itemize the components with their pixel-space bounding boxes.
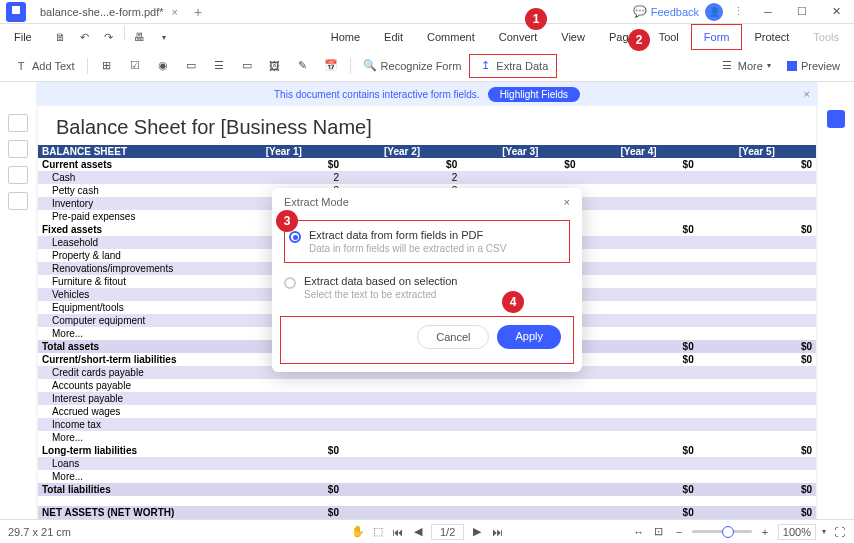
new-tab-button[interactable]: +: [186, 4, 210, 20]
select-tool-icon[interactable]: ⬚: [371, 525, 385, 539]
table-row: Long-term liabilities$0$0$0: [38, 444, 816, 457]
add-text-button[interactable]: T Add Text: [8, 54, 81, 78]
listbox-icon[interactable]: ☰: [206, 54, 232, 78]
close-infobar-icon[interactable]: ×: [804, 88, 810, 100]
table-row: Accounts payable: [38, 379, 816, 392]
file-menu[interactable]: File: [4, 31, 42, 43]
table-row: Cash22: [38, 171, 816, 184]
text-field-icon[interactable]: ⊞: [94, 54, 120, 78]
zoom-out-icon[interactable]: −: [672, 525, 686, 539]
hand-tool-icon[interactable]: ✋: [351, 525, 365, 539]
bookmark-icon[interactable]: [8, 140, 28, 158]
zoom-dropdown-icon[interactable]: ▾: [822, 527, 826, 536]
recognize-form-button[interactable]: 🔍 Recognize Form: [357, 54, 468, 78]
tab-home[interactable]: Home: [319, 24, 372, 50]
table-row: Current assets$0$0$0$0$0: [38, 158, 816, 171]
close-dialog-icon[interactable]: ×: [564, 196, 570, 208]
cancel-button[interactable]: Cancel: [417, 325, 489, 349]
chevron-down-icon: ▾: [767, 61, 771, 70]
first-page-icon[interactable]: ⏮: [391, 525, 405, 539]
highlight-fields-button[interactable]: Highlight Fields: [488, 87, 580, 102]
extract-selection-option[interactable]: Extract data based on selection Select t…: [284, 271, 570, 304]
prev-page-icon[interactable]: ◀: [411, 525, 425, 539]
page-dimensions: 29.7 x 21 cm: [8, 526, 71, 538]
title-bar: balance-she...e-form.pdf * × + 💬 Feedbac…: [0, 0, 854, 24]
close-tab-icon[interactable]: ×: [172, 6, 178, 18]
table-row: NET ASSETS (NET WORTH)$0$0$0: [38, 506, 816, 519]
table-row: Income tax: [38, 418, 816, 431]
left-sidebar: [0, 106, 36, 519]
table-row: Loans: [38, 457, 816, 470]
table-header-row: BALANCE SHEET [Year 1][Year 2] [Year 3][…: [38, 145, 816, 158]
date-icon[interactable]: 📅: [318, 54, 344, 78]
extra-data-label: Extra Data: [496, 60, 548, 72]
tab-edit[interactable]: Edit: [372, 24, 415, 50]
separator: [124, 26, 125, 40]
tab-form[interactable]: Form: [691, 24, 743, 50]
info-bar: This document contains interactive form …: [36, 82, 818, 106]
signature-icon[interactable]: ✎: [290, 54, 316, 78]
fit-page-icon[interactable]: ⊡: [652, 525, 666, 539]
option1-description: Data in form fields will be extracted in…: [309, 243, 506, 254]
page-indicator[interactable]: 1/2: [431, 524, 464, 540]
zoom-slider[interactable]: [692, 530, 752, 533]
more-icon: ☰: [720, 59, 734, 73]
button-field-icon[interactable]: ▭: [234, 54, 260, 78]
more-label: More: [738, 60, 763, 72]
callout-3: 3: [276, 210, 298, 232]
scan-icon: 🔍: [363, 59, 377, 73]
print-icon[interactable]: 🖶: [129, 26, 151, 48]
last-page-icon[interactable]: ⏭: [490, 525, 504, 539]
zoom-in-icon[interactable]: +: [758, 525, 772, 539]
app-icon: [6, 2, 26, 22]
table-row: Interest payable: [38, 392, 816, 405]
next-page-icon[interactable]: ▶: [470, 525, 484, 539]
tab-comment[interactable]: Comment: [415, 24, 487, 50]
zoom-level[interactable]: 100%: [778, 524, 816, 540]
fit-width-icon[interactable]: ↔: [632, 525, 646, 539]
tab-filename: balance-she...e-form.pdf: [40, 6, 159, 18]
undo-icon[interactable]: ↶: [74, 26, 96, 48]
feedback-button[interactable]: 💬 Feedback: [633, 5, 699, 19]
tab-view[interactable]: View: [549, 24, 597, 50]
dialog-title: Extract Mode: [284, 196, 349, 208]
table-row: More...: [38, 431, 816, 444]
thumbnail-icon[interactable]: [8, 114, 28, 132]
separator: [87, 58, 88, 74]
callout-4: 4: [502, 291, 524, 313]
dropdown-icon[interactable]: ▭: [178, 54, 204, 78]
recognize-label: Recognize Form: [381, 60, 462, 72]
extract-form-fields-option[interactable]: Extract data from form fields in PDF Dat…: [289, 225, 509, 258]
attachment-icon[interactable]: [8, 192, 28, 210]
checkbox-icon: [787, 61, 797, 71]
table-row: Total liabilities$0$0$0: [38, 483, 816, 496]
status-bar: 29.7 x 21 cm ✋ ⬚ ⏮ ◀ 1/2 ▶ ⏭ ↔ ⊡ − + 100…: [0, 519, 854, 543]
text-icon: T: [14, 59, 28, 73]
more-button[interactable]: ☰ More ▾: [714, 54, 777, 78]
minimize-button[interactable]: ─: [754, 0, 782, 24]
fullscreen-icon[interactable]: ⛶: [832, 525, 846, 539]
close-window-button[interactable]: ✕: [822, 0, 850, 24]
radio-icon[interactable]: ◉: [150, 54, 176, 78]
maximize-button[interactable]: ☐: [788, 0, 816, 24]
feedback-label: Feedback: [651, 6, 699, 18]
user-avatar[interactable]: 👤: [705, 3, 723, 21]
apply-button[interactable]: Apply: [497, 325, 561, 349]
redo-icon[interactable]: ↷: [98, 26, 120, 48]
tab-modified: *: [159, 6, 163, 18]
document-title: Balance Sheet for [Business Name]: [38, 112, 816, 145]
kebab-menu-icon[interactable]: ⋮: [729, 5, 748, 18]
infobar-message: This document contains interactive form …: [274, 89, 480, 100]
extra-data-button[interactable]: ↥ Extra Data: [469, 54, 557, 78]
user-badge-icon[interactable]: [827, 110, 845, 128]
comment-panel-icon[interactable]: [8, 166, 28, 184]
extract-mode-dialog: Extract Mode × Extract data from form fi…: [272, 188, 582, 372]
image-field-icon[interactable]: 🖼: [262, 54, 288, 78]
preview-toggle[interactable]: Preview: [781, 54, 846, 78]
save-icon[interactable]: 🗎: [50, 26, 72, 48]
print-dropdown-icon[interactable]: ▾: [153, 26, 175, 48]
checkbox-icon[interactable]: ☑: [122, 54, 148, 78]
tab-tool[interactable]: Tool: [647, 24, 691, 50]
document-tab[interactable]: balance-she...e-form.pdf * ×: [32, 0, 186, 24]
tab-protect[interactable]: Protect: [742, 24, 801, 50]
